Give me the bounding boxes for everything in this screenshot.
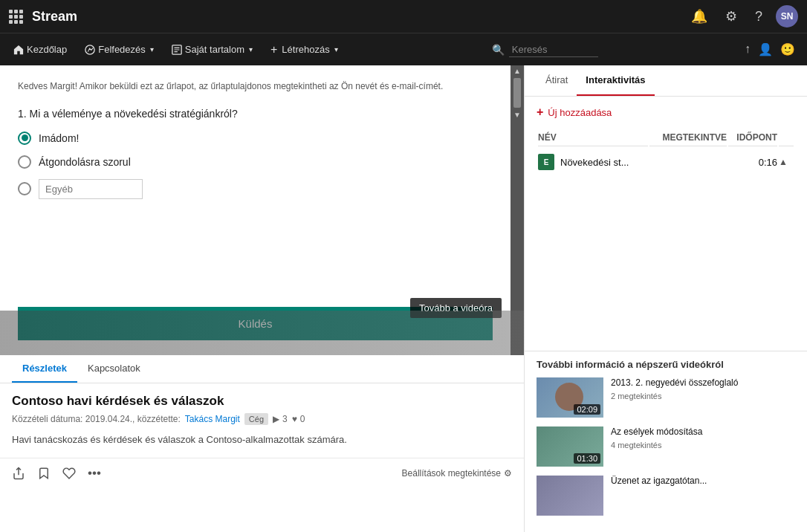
video-description: Havi tanácskozás és kérdések és válaszok… [12, 432, 512, 447]
form-info: Kedves Margit! Amikor beküldi ezt az űrl… [18, 80, 493, 93]
views-count: ▶ 3 [273, 414, 288, 424]
excel-icon: E [538, 154, 554, 170]
settings-gear-icon: ⚙ [504, 468, 512, 479]
bookmark-action-icon[interactable] [37, 467, 51, 480]
thumb-img-1: 02:09 [537, 377, 603, 418]
thumb-title-3: Üzenet az igazgatótan... [611, 476, 795, 487]
tab-interactivity[interactable]: Interaktivitás [577, 65, 654, 96]
video-title: Contoso havi kérdések és válaszok [12, 394, 512, 409]
table-row: E Növekedési st... 0:16 ▲ [538, 148, 794, 176]
search-area: 🔍 [492, 42, 598, 57]
col-time: IDŐPONT [728, 129, 777, 146]
item-time: 0:16 [728, 148, 777, 176]
play-icon: ▶ [273, 414, 279, 424]
option-imadom[interactable]: Imádom! [18, 132, 493, 145]
settings-link[interactable]: Beállítások megtekintése ⚙ [402, 468, 512, 479]
search-icon: 🔍 [492, 44, 505, 56]
duration-2: 01:30 [574, 453, 600, 464]
right-panel: Átirat Interaktivitás + Új hozzáadása NÉ… [524, 65, 807, 532]
chevron-up-icon[interactable]: ▲ [779, 157, 788, 167]
like-icon: ♥ [292, 414, 297, 424]
right-tab-bar: Átirat Interaktivitás [525, 65, 807, 97]
scroll-down-arrow[interactable]: ▼ [513, 111, 521, 119]
share-action-icon[interactable] [12, 467, 25, 480]
form-question: 1. Mi a véleménye a növekedési stratégiá… [18, 108, 493, 120]
tab-details[interactable]: Részletek [12, 355, 77, 383]
top-bar: Stream 🔔 ⚙ ? SN [0, 0, 807, 33]
duration-1: 02:09 [574, 404, 600, 415]
nav-create[interactable]: + Létrehozás ▾ [263, 39, 346, 61]
radio-egyeb[interactable] [18, 182, 31, 195]
option-atgondolasra[interactable]: Átgondolásra szorul [18, 155, 493, 169]
egyeb-input[interactable] [39, 179, 143, 199]
details-tab-bar: Részletek Kapcsolatok [0, 355, 524, 383]
tab-transcript[interactable]: Átirat [537, 65, 577, 96]
thumb-views-2: 4 megtekintés [611, 441, 795, 450]
avatar[interactable]: SN [776, 5, 798, 27]
interactivity-item: E Növekedési st... [538, 154, 648, 170]
thumb-info-2: Az esélyek módosítása 4 megtekintés [611, 426, 795, 467]
add-new-button[interactable]: + Új hozzáadása [537, 106, 795, 119]
thumb-views-1: 2 megtekintés [611, 392, 795, 400]
main-layout: Kedves Margit! Amikor beküldi ezt az űrl… [0, 65, 807, 532]
waffle-menu[interactable] [9, 10, 23, 24]
video-bg [0, 311, 524, 355]
thumb-info-1: 2013. 2. negyedévi összefoglaló 2 megtek… [611, 377, 795, 418]
app-title: Stream [32, 9, 77, 25]
search-input[interactable] [509, 42, 598, 57]
likes-count: ♥ 0 [292, 414, 305, 424]
form-options: Imádom! Átgondolásra szorul [18, 132, 493, 199]
plus-icon: + [537, 106, 543, 119]
nav-discovery[interactable]: Felfedezés ▾ [77, 39, 161, 59]
svg-point-0 [85, 45, 94, 53]
nav-home[interactable]: Kezdőlap [6, 39, 74, 59]
nav-my-content[interactable]: Saját tartalom ▾ [164, 39, 260, 59]
video-thumb-item-3[interactable]: Üzenet az igazgatótan... [537, 476, 795, 516]
video-actions: ••• Beállítások megtekintése ⚙ [0, 458, 524, 488]
scrollbar-thumb[interactable] [513, 78, 521, 108]
settings-icon[interactable]: ⚙ [721, 5, 742, 27]
thumb-info-3: Üzenet az igazgatótan... [611, 476, 795, 516]
interactivity-table: NÉV MEGTEKINTVE IDŐPONT E Növekedési st.… [537, 128, 795, 178]
thumb-img-2: 01:30 [537, 426, 603, 467]
company-badge: Cég [244, 413, 268, 425]
thumb-title-2: Az esélyek módosítása [611, 426, 795, 438]
more-action-icon[interactable]: ••• [88, 466, 101, 481]
scroll-up-arrow[interactable]: ▲ [513, 67, 521, 75]
item-name: Növekedési st... [560, 157, 648, 168]
radio-imadom[interactable] [18, 132, 31, 145]
publish-label: Közzételi dátuma: 2019.04.24., közzétett… [12, 414, 181, 424]
right-content: + Új hozzáadása NÉV MEGTEKINTVE IDŐPONT [525, 97, 807, 351]
video-meta: Közzételi dátuma: 2019.04.24., közzétett… [12, 413, 512, 425]
below-video: Részletek Kapcsolatok Contoso havi kérdé… [0, 355, 524, 532]
col-views: MEGTEKINTVE [649, 129, 727, 146]
emoji-icon[interactable]: 🙂 [780, 42, 795, 56]
settings-text: Beállítások megtekintése [402, 468, 501, 479]
author-link[interactable]: Takács Margit [185, 414, 240, 424]
radio-atgondolasra[interactable] [18, 155, 31, 169]
like-action-icon[interactable] [62, 467, 76, 480]
item-views-cell [649, 148, 727, 176]
video-player: Kedves Margit! Amikor beküldi ezt az űrl… [0, 65, 524, 355]
more-videos-section: További információ a népszerű videókról … [525, 351, 807, 532]
video-details-panel: Contoso havi kérdések és válaszok Közzét… [0, 383, 524, 458]
help-icon[interactable]: ? [751, 6, 767, 27]
video-area: Kedves Margit! Amikor beküldi ezt az űrl… [0, 65, 524, 532]
share-icon[interactable]: ↑ [745, 42, 751, 56]
more-videos-title: További információ a népszerű videókról [537, 359, 795, 370]
thumb-img-3 [537, 476, 603, 516]
nav-bar: Kezdőlap Felfedezés ▾ Saját tartalom ▾ +… [0, 33, 807, 65]
person-icon[interactable]: 👤 [758, 42, 773, 56]
option-egyeb[interactable] [18, 179, 493, 199]
video-thumb-item-2[interactable]: 01:30 Az esélyek módosítása 4 megtekinté… [537, 426, 795, 467]
col-name: NÉV [538, 129, 648, 146]
tab-connections[interactable]: Kapcsolatok [77, 355, 151, 383]
video-thumb-item-1[interactable]: 02:09 2013. 2. negyedévi összefoglaló 2 … [537, 377, 795, 418]
bell-icon[interactable]: 🔔 [687, 5, 712, 27]
thumb-title-1: 2013. 2. negyedévi összefoglaló [611, 377, 795, 389]
